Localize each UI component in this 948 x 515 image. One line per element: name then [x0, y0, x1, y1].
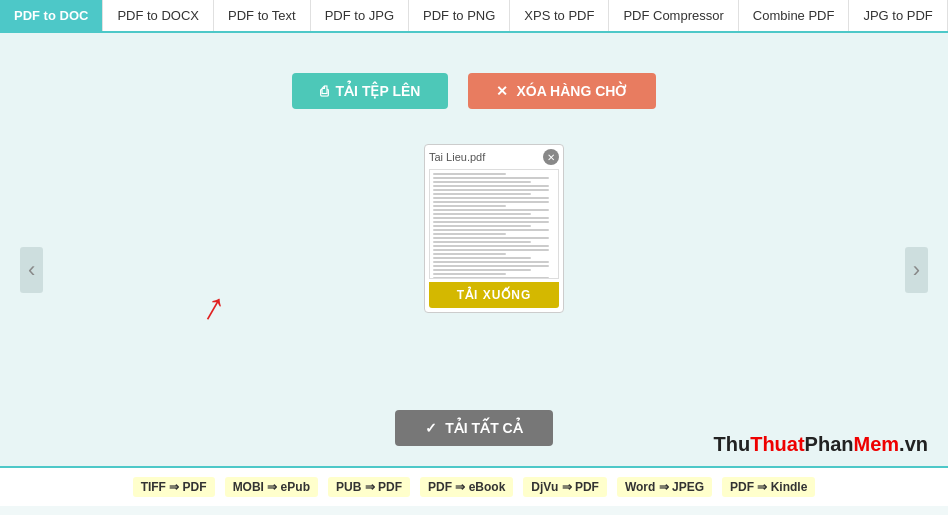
- file-card-header: Tai Lieu.pdf ✕: [429, 149, 559, 165]
- download-all-button[interactable]: ✓ TẢI TẤT CẢ: [395, 410, 552, 446]
- preview-line: [433, 225, 531, 227]
- preview-line: [433, 209, 549, 211]
- file-remove-button[interactable]: ✕: [543, 149, 559, 165]
- right-arrow-icon: ›: [913, 257, 920, 282]
- preview-line: [433, 241, 531, 243]
- brand-phan: Phan: [805, 433, 854, 455]
- nav-item-pdf_to_png[interactable]: PDF to PNG: [409, 0, 510, 31]
- preview-line: [433, 257, 531, 259]
- preview-line: [433, 217, 549, 219]
- file-preview: [429, 169, 559, 279]
- preview-line: [433, 237, 549, 239]
- preview-line: [433, 233, 506, 235]
- upload-label: TẢI TỆP LÊN: [336, 83, 421, 99]
- nav-item-pdf_to_text[interactable]: PDF to Text: [214, 0, 311, 31]
- preview-line: [433, 277, 549, 279]
- preview-line: [433, 273, 506, 275]
- top-navigation: PDF to DOCPDF to DOCXPDF to TextPDF to J…: [0, 0, 948, 33]
- upload-icon: ⎙: [320, 83, 328, 99]
- bottom-link[interactable]: MOBI ⇒ ePub: [225, 477, 318, 497]
- preview-line: [433, 193, 531, 195]
- nav-item-xps_to_pdf[interactable]: XPS to PDF: [510, 0, 609, 31]
- nav-item-jpg_to_pdf[interactable]: JPG to PDF: [849, 0, 947, 31]
- preview-line: [433, 261, 549, 263]
- left-arrow-icon: ‹: [28, 257, 35, 282]
- preview-line: [433, 197, 549, 199]
- checkmark-icon: ✓: [425, 420, 437, 436]
- preview-line: [433, 177, 549, 179]
- bottom-link[interactable]: PDF ⇒ Kindle: [722, 477, 815, 497]
- brand-thu: Thu: [714, 433, 751, 455]
- scroll-right-button[interactable]: ›: [905, 247, 928, 293]
- nav-item-pdf_to_doc[interactable]: PDF to DOC: [0, 0, 103, 31]
- preview-line: [433, 181, 531, 183]
- action-buttons: ⎙ TẢI TỆP LÊN ✕ XÓA HÀNG CHỜ: [292, 73, 657, 109]
- nav-item-pdf_to_jpg[interactable]: PDF to JPG: [311, 0, 409, 31]
- preview-line: [433, 205, 506, 207]
- preview-content: [433, 173, 555, 279]
- download-all-label: TẢI TẤT CẢ: [445, 420, 522, 436]
- bottom-link[interactable]: PDF ⇒ eBook: [420, 477, 513, 497]
- file-display-area: ‹ Tai Lieu.pdf ✕: [20, 139, 928, 400]
- preview-line: [433, 253, 506, 255]
- preview-line: [433, 221, 549, 223]
- red-arrow-annotation: ↑: [195, 282, 235, 331]
- brand-vn: .vn: [899, 433, 928, 455]
- preview-line: [433, 185, 549, 187]
- bottom-link[interactable]: DjVu ⇒ PDF: [523, 477, 607, 497]
- bottom-links-bar: TIFF ⇒ PDFMOBI ⇒ ePubPUB ⇒ PDFPDF ⇒ eBoo…: [0, 466, 948, 506]
- clear-label: XÓA HÀNG CHỜ: [516, 83, 628, 99]
- bottom-link[interactable]: TIFF ⇒ PDF: [133, 477, 215, 497]
- preview-line: [433, 245, 549, 247]
- preview-line: [433, 265, 549, 267]
- clear-icon: ✕: [496, 83, 508, 99]
- brand-mem: Mem: [854, 433, 900, 455]
- brand-thuat: Thuat: [750, 433, 804, 455]
- preview-line: [433, 189, 549, 191]
- nav-item-pdf_to_docx[interactable]: PDF to DOCX: [103, 0, 214, 31]
- file-download-button[interactable]: TẢI XUỐNG: [429, 282, 559, 308]
- preview-line: [433, 249, 549, 251]
- bottom-link[interactable]: PUB ⇒ PDF: [328, 477, 410, 497]
- nav-item-pdf_compressor[interactable]: PDF Compressor: [609, 0, 738, 31]
- bottom-link[interactable]: Word ⇒ JPEG: [617, 477, 712, 497]
- file-card: Tai Lieu.pdf ✕: [424, 144, 564, 313]
- clear-queue-button[interactable]: ✕ XÓA HÀNG CHỜ: [468, 73, 656, 109]
- branding: ThuThuatPhanMem.vn: [714, 433, 928, 456]
- preview-line: [433, 201, 549, 203]
- main-content-area: ⎙ TẢI TỆP LÊN ✕ XÓA HÀNG CHỜ ‹ Tai Lieu.…: [0, 33, 948, 466]
- file-download-label: TẢI XUỐNG: [457, 288, 532, 302]
- preview-line: [433, 229, 549, 231]
- nav-item-combine_pdf[interactable]: Combine PDF: [739, 0, 850, 31]
- preview-line: [433, 213, 531, 215]
- scroll-left-button[interactable]: ‹: [20, 247, 43, 293]
- file-name: Tai Lieu.pdf: [429, 151, 485, 163]
- preview-line: [433, 269, 531, 271]
- preview-line: [433, 173, 506, 175]
- upload-button[interactable]: ⎙ TẢI TỆP LÊN: [292, 73, 449, 109]
